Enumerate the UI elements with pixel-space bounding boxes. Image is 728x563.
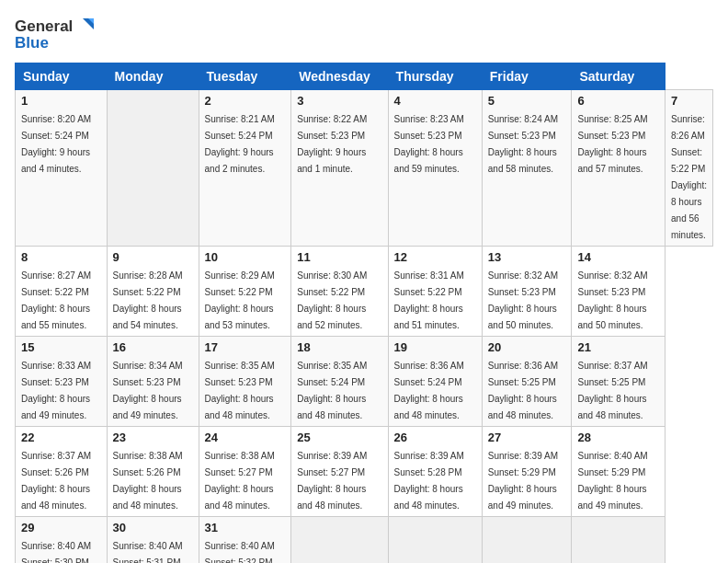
day-info: Sunrise: 8:36 AM Sunset: 5:25 PM Dayligh… bbox=[488, 361, 558, 420]
logo: General Blue bbox=[15, 15, 97, 53]
logo-svg: General Blue bbox=[15, 15, 97, 53]
column-header-thursday: Thursday bbox=[388, 63, 482, 90]
day-info: Sunrise: 8:21 AM Sunset: 5:24 PM Dayligh… bbox=[205, 114, 275, 174]
day-info: Sunrise: 8:35 AM Sunset: 5:24 PM Dayligh… bbox=[297, 361, 367, 420]
day-info: Sunrise: 8:40 AM Sunset: 5:31 PM Dayligh… bbox=[113, 541, 183, 563]
day-number: 5 bbox=[488, 94, 566, 108]
calendar-cell-7: 7Sunrise: 8:26 AM Sunset: 5:22 PM Daylig… bbox=[665, 90, 713, 247]
calendar-cell-22: 22Sunrise: 8:37 AM Sunset: 5:26 PM Dayli… bbox=[16, 427, 108, 517]
day-info: Sunrise: 8:24 AM Sunset: 5:23 PM Dayligh… bbox=[488, 114, 558, 174]
calendar-cell-27: 27Sunrise: 8:39 AM Sunset: 5:29 PM Dayli… bbox=[482, 427, 572, 517]
calendar-cell-30: 30Sunrise: 8:40 AM Sunset: 5:31 PM Dayli… bbox=[107, 517, 199, 564]
svg-text:Blue: Blue bbox=[15, 34, 49, 52]
day-info: Sunrise: 8:39 AM Sunset: 5:27 PM Dayligh… bbox=[297, 451, 367, 511]
calendar-cell-31: 31Sunrise: 8:40 AM Sunset: 5:32 PM Dayli… bbox=[199, 517, 291, 564]
day-info: Sunrise: 8:32 AM Sunset: 5:23 PM Dayligh… bbox=[488, 270, 558, 330]
calendar-cell-28: 28Sunrise: 8:40 AM Sunset: 5:29 PM Dayli… bbox=[572, 427, 665, 517]
day-info: Sunrise: 8:39 AM Sunset: 5:28 PM Dayligh… bbox=[394, 451, 464, 511]
calendar-cell-26: 26Sunrise: 8:39 AM Sunset: 5:28 PM Dayli… bbox=[388, 427, 482, 517]
day-info: Sunrise: 8:27 AM Sunset: 5:22 PM Dayligh… bbox=[21, 270, 91, 330]
calendar-cell-4: 4Sunrise: 8:23 AM Sunset: 5:23 PM Daylig… bbox=[388, 90, 482, 247]
column-header-sunday: Sunday bbox=[16, 63, 108, 90]
day-number: 22 bbox=[21, 431, 101, 444]
day-number: 10 bbox=[205, 250, 286, 264]
day-info: Sunrise: 8:34 AM Sunset: 5:23 PM Dayligh… bbox=[113, 361, 183, 420]
calendar-cell-2: 2Sunrise: 8:21 AM Sunset: 5:24 PM Daylig… bbox=[199, 90, 291, 247]
calendar-cell-25: 25Sunrise: 8:39 AM Sunset: 5:27 PM Dayli… bbox=[291, 427, 388, 517]
calendar-cell-12: 12Sunrise: 8:31 AM Sunset: 5:22 PM Dayli… bbox=[388, 247, 482, 337]
day-number: 14 bbox=[577, 250, 659, 264]
day-info: Sunrise: 8:23 AM Sunset: 5:23 PM Dayligh… bbox=[394, 114, 464, 174]
day-info: Sunrise: 8:31 AM Sunset: 5:22 PM Dayligh… bbox=[394, 270, 464, 330]
day-info: Sunrise: 8:36 AM Sunset: 5:24 PM Dayligh… bbox=[394, 361, 464, 420]
calendar-cell-empty bbox=[291, 517, 388, 564]
calendar-cell-17: 17Sunrise: 8:35 AM Sunset: 5:23 PM Dayli… bbox=[199, 337, 291, 427]
day-info: Sunrise: 8:22 AM Sunset: 5:23 PM Dayligh… bbox=[297, 114, 367, 174]
calendar-cell-14: 14Sunrise: 8:32 AM Sunset: 5:23 PM Dayli… bbox=[572, 247, 665, 337]
column-header-wednesday: Wednesday bbox=[291, 63, 388, 90]
calendar-cell-1: 1Sunrise: 8:20 AM Sunset: 5:24 PM Daylig… bbox=[16, 90, 108, 247]
day-number: 16 bbox=[113, 340, 193, 354]
day-info: Sunrise: 8:32 AM Sunset: 5:23 PM Dayligh… bbox=[577, 270, 647, 330]
day-number: 8 bbox=[21, 250, 101, 264]
day-number: 4 bbox=[394, 94, 476, 108]
day-number: 6 bbox=[577, 94, 659, 108]
day-number: 31 bbox=[205, 521, 286, 534]
svg-text:General: General bbox=[15, 17, 73, 35]
day-info: Sunrise: 8:28 AM Sunset: 5:22 PM Dayligh… bbox=[113, 270, 183, 330]
day-number: 15 bbox=[21, 340, 101, 354]
day-info: Sunrise: 8:39 AM Sunset: 5:29 PM Dayligh… bbox=[488, 451, 558, 511]
day-number: 7 bbox=[671, 94, 707, 108]
calendar-cell-empty bbox=[388, 517, 482, 564]
day-number: 1 bbox=[21, 94, 101, 108]
day-number: 24 bbox=[205, 431, 286, 444]
day-info: Sunrise: 8:40 AM Sunset: 5:30 PM Dayligh… bbox=[21, 541, 91, 563]
calendar-cell-11: 11Sunrise: 8:30 AM Sunset: 5:22 PM Dayli… bbox=[291, 247, 388, 337]
calendar-cell-5: 5Sunrise: 8:24 AM Sunset: 5:23 PM Daylig… bbox=[482, 90, 572, 247]
column-header-friday: Friday bbox=[482, 63, 572, 90]
day-info: Sunrise: 8:38 AM Sunset: 5:26 PM Dayligh… bbox=[113, 451, 183, 511]
calendar-cell-empty bbox=[482, 517, 572, 564]
calendar-cell-empty bbox=[107, 90, 199, 247]
calendar-cell-8: 8Sunrise: 8:27 AM Sunset: 5:22 PM Daylig… bbox=[16, 247, 108, 337]
calendar-cell-29: 29Sunrise: 8:40 AM Sunset: 5:30 PM Dayli… bbox=[16, 517, 108, 564]
calendar-cell-16: 16Sunrise: 8:34 AM Sunset: 5:23 PM Dayli… bbox=[107, 337, 199, 427]
day-info: Sunrise: 8:40 AM Sunset: 5:32 PM Dayligh… bbox=[205, 541, 275, 563]
calendar-cell-6: 6Sunrise: 8:25 AM Sunset: 5:23 PM Daylig… bbox=[572, 90, 665, 247]
calendar-cell-18: 18Sunrise: 8:35 AM Sunset: 5:24 PM Dayli… bbox=[291, 337, 388, 427]
day-number: 3 bbox=[297, 94, 381, 108]
column-header-monday: Monday bbox=[107, 63, 199, 90]
day-info: Sunrise: 8:25 AM Sunset: 5:23 PM Dayligh… bbox=[577, 114, 647, 174]
calendar-cell-3: 3Sunrise: 8:22 AM Sunset: 5:23 PM Daylig… bbox=[291, 90, 388, 247]
calendar-cell-10: 10Sunrise: 8:29 AM Sunset: 5:22 PM Dayli… bbox=[199, 247, 291, 337]
calendar-cell-20: 20Sunrise: 8:36 AM Sunset: 5:25 PM Dayli… bbox=[482, 337, 572, 427]
day-info: Sunrise: 8:33 AM Sunset: 5:23 PM Dayligh… bbox=[21, 361, 91, 420]
day-number: 30 bbox=[113, 521, 193, 534]
calendar-cell-empty bbox=[572, 517, 665, 564]
day-number: 18 bbox=[297, 340, 381, 354]
day-info: Sunrise: 8:37 AM Sunset: 5:26 PM Dayligh… bbox=[21, 451, 91, 511]
day-number: 9 bbox=[113, 250, 193, 264]
day-info: Sunrise: 8:40 AM Sunset: 5:29 PM Dayligh… bbox=[577, 451, 647, 511]
calendar-cell-19: 19Sunrise: 8:36 AM Sunset: 5:24 PM Dayli… bbox=[388, 337, 482, 427]
day-info: Sunrise: 8:26 AM Sunset: 5:22 PM Dayligh… bbox=[671, 114, 707, 240]
day-number: 12 bbox=[394, 250, 476, 264]
column-header-saturday: Saturday bbox=[572, 63, 665, 90]
calendar-cell-9: 9Sunrise: 8:28 AM Sunset: 5:22 PM Daylig… bbox=[107, 247, 199, 337]
day-info: Sunrise: 8:30 AM Sunset: 5:22 PM Dayligh… bbox=[297, 270, 367, 330]
day-number: 26 bbox=[394, 431, 476, 444]
day-number: 25 bbox=[297, 431, 381, 444]
calendar-cell-15: 15Sunrise: 8:33 AM Sunset: 5:23 PM Dayli… bbox=[16, 337, 108, 427]
day-info: Sunrise: 8:29 AM Sunset: 5:22 PM Dayligh… bbox=[205, 270, 275, 330]
day-number: 17 bbox=[205, 340, 286, 354]
day-number: 23 bbox=[113, 431, 193, 444]
column-header-tuesday: Tuesday bbox=[199, 63, 291, 90]
calendar-cell-23: 23Sunrise: 8:38 AM Sunset: 5:26 PM Dayli… bbox=[107, 427, 199, 517]
calendar-table: SundayMondayTuesdayWednesdayThursdayFrid… bbox=[15, 63, 713, 563]
day-number: 2 bbox=[205, 94, 286, 108]
day-number: 28 bbox=[577, 431, 659, 444]
calendar-cell-24: 24Sunrise: 8:38 AM Sunset: 5:27 PM Dayli… bbox=[199, 427, 291, 517]
page-header: General Blue bbox=[15, 15, 713, 53]
day-number: 11 bbox=[297, 250, 381, 264]
day-info: Sunrise: 8:35 AM Sunset: 5:23 PM Dayligh… bbox=[205, 361, 275, 420]
